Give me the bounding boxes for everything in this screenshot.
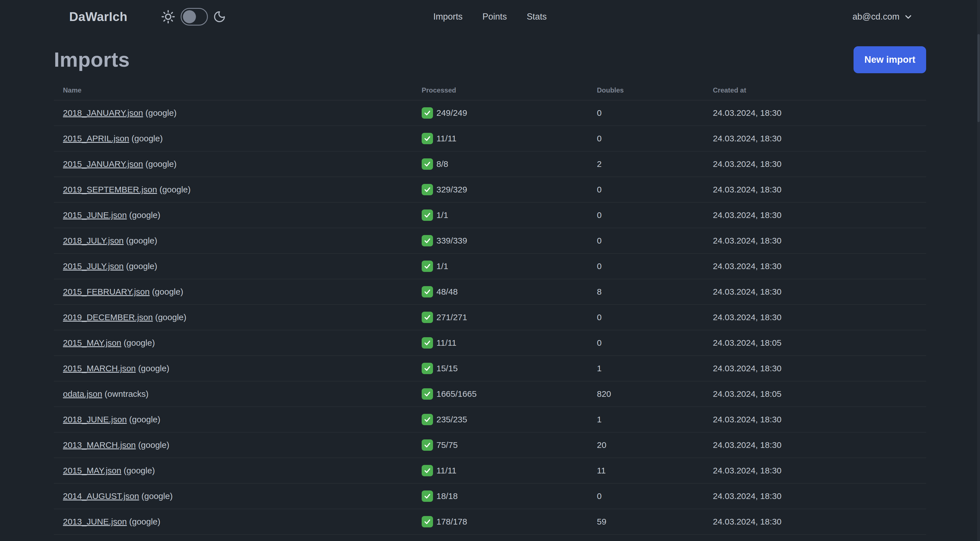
scrollbar[interactable] (977, 0, 980, 541)
account-menu[interactable]: ab@cd.com (853, 12, 913, 22)
cell-name: 2015_APRIL.json (google) (54, 134, 413, 143)
cell-name: 2015_JUNE.json (google) (54, 210, 413, 220)
cell-created-at: 24.03.2024, 18:30 (704, 287, 926, 297)
import-file-link[interactable]: 2013_JUNE.json (63, 517, 127, 526)
brand-logo[interactable]: DaWarIch (69, 10, 127, 24)
processed-count: 75/75 (436, 440, 458, 450)
processed-count: 178/178 (436, 517, 467, 527)
import-file-link[interactable]: 2014_AUGUST.json (63, 492, 139, 501)
import-file-link[interactable]: 2015_FEBRUARY.json (63, 287, 150, 296)
import-file-link[interactable]: 2015_MAY.json (63, 466, 121, 475)
cell-processed: 11/11 (413, 337, 588, 349)
success-check-icon (422, 312, 433, 323)
cell-processed: 339/339 (413, 235, 588, 246)
import-file-link[interactable]: 2018_JULY.json (63, 236, 124, 245)
cell-doubles: 0 (588, 236, 704, 246)
cell-name: 2015_MAY.json (google) (54, 466, 413, 476)
success-check-icon (422, 158, 433, 170)
cell-created-at: 24.03.2024, 18:30 (704, 364, 926, 373)
table-row: 2014_AUGUST.json (google)18/18024.03.202… (54, 484, 926, 509)
import-source: (google) (150, 287, 183, 296)
cell-name: 2015_FEBRUARY.json (google) (54, 287, 413, 297)
cell-doubles: 8 (588, 287, 704, 297)
cell-name: 2019_DECEMBER.json (google) (54, 313, 413, 322)
cell-name: odata.json (owntracks) (54, 389, 413, 399)
cell-created-at: 24.03.2024, 18:30 (704, 517, 926, 527)
processed-count: 235/235 (436, 415, 467, 425)
page-header: Imports New import (54, 46, 926, 73)
cell-doubles: 11 (588, 466, 704, 476)
chevron-down-icon (904, 12, 913, 22)
success-check-icon (422, 107, 433, 119)
cell-processed: 75/75 (413, 439, 588, 451)
success-check-icon (422, 388, 433, 400)
import-source: (google) (124, 236, 157, 245)
import-source: (google) (143, 159, 177, 169)
processed-count: 1/1 (436, 210, 448, 220)
processed-count: 11/11 (436, 466, 457, 476)
cell-doubles: 0 (588, 185, 704, 195)
success-check-icon (422, 337, 433, 349)
table-row: 2019_SEPTEMBER.json (google)329/329024.0… (54, 177, 926, 203)
table-row: 2015_MAY.json (google)11/11024.03.2024, … (54, 330, 926, 356)
success-check-icon (422, 363, 433, 374)
table-row (54, 535, 926, 541)
import-file-link[interactable]: 2015_MARCH.json (63, 364, 136, 373)
import-file-link[interactable]: 2013_MARCH.json (63, 440, 136, 450)
success-check-icon (422, 260, 433, 272)
nav-link-imports[interactable]: Imports (433, 12, 463, 22)
import-file-link[interactable]: 2015_APRIL.json (63, 134, 129, 143)
table-row: 2018_JANUARY.json (google)249/249024.03.… (54, 101, 926, 126)
success-check-icon (422, 184, 433, 195)
column-header-created-at: Created at (704, 86, 926, 94)
nav-link-points[interactable]: Points (482, 12, 507, 22)
import-file-link[interactable]: 2018_JANUARY.json (63, 108, 143, 118)
cell-created-at: 24.03.2024, 18:30 (704, 440, 926, 450)
new-import-button[interactable]: New import (854, 46, 926, 73)
import-source: (google) (157, 185, 191, 194)
cell-processed: 11/11 (413, 133, 588, 144)
cell-created-at: 24.03.2024, 18:30 (704, 262, 926, 271)
cell-processed: 271/271 (413, 312, 588, 323)
import-source: (google) (127, 517, 160, 526)
cell-doubles: 59 (588, 517, 704, 527)
cell-name: 2018_JANUARY.json (google) (54, 108, 413, 118)
import-file-link[interactable]: 2019_SEPTEMBER.json (63, 185, 157, 194)
nav-link-stats[interactable]: Stats (527, 12, 547, 22)
import-file-link[interactable]: odata.json (63, 389, 102, 399)
import-source: (google) (129, 134, 163, 143)
main-nav: Imports Points Stats (433, 0, 547, 34)
table-row: 2019_DECEMBER.json (google)271/271024.03… (54, 305, 926, 330)
cell-doubles: 0 (588, 492, 704, 501)
import-file-link[interactable]: 2019_DECEMBER.json (63, 313, 153, 322)
cell-created-at: 24.03.2024, 18:30 (704, 236, 926, 246)
import-file-link[interactable]: 2015_JUNE.json (63, 210, 127, 220)
import-source: (google) (121, 338, 155, 348)
success-check-icon (422, 209, 433, 221)
processed-count: 249/249 (436, 108, 467, 118)
cell-created-at: 24.03.2024, 18:30 (704, 185, 926, 195)
cell-doubles: 1 (588, 364, 704, 373)
account-email: ab@cd.com (853, 12, 899, 22)
table-row: 2018_JULY.json (google)339/339024.03.202… (54, 228, 926, 254)
cell-processed: 178/178 (413, 516, 588, 527)
cell-processed: 8/8 (413, 158, 588, 170)
success-check-icon (422, 414, 433, 425)
import-file-link[interactable]: 2018_JUNE.json (63, 415, 127, 424)
import-file-link[interactable]: 2015_MAY.json (63, 338, 121, 348)
theme-toggle-switch[interactable] (181, 8, 208, 26)
import-file-link[interactable]: 2015_JANUARY.json (63, 159, 143, 169)
cell-doubles: 2 (588, 159, 704, 169)
import-source: (google) (143, 108, 177, 118)
cell-doubles: 0 (588, 262, 704, 271)
import-file-link[interactable]: 2015_JULY.json (63, 262, 124, 271)
scrollbar-thumb[interactable] (977, 34, 980, 122)
table-row: odata.json (owntracks)1665/166582024.03.… (54, 381, 926, 407)
cell-processed: 1/1 (413, 260, 588, 272)
cell-doubles: 0 (588, 313, 704, 322)
cell-doubles: 20 (588, 440, 704, 450)
table-row: 2015_JUNE.json (google)1/1024.03.2024, 1… (54, 203, 926, 228)
cell-processed: 11/11 (413, 465, 588, 476)
cell-name: 2018_JULY.json (google) (54, 236, 413, 246)
cell-doubles: 0 (588, 210, 704, 220)
